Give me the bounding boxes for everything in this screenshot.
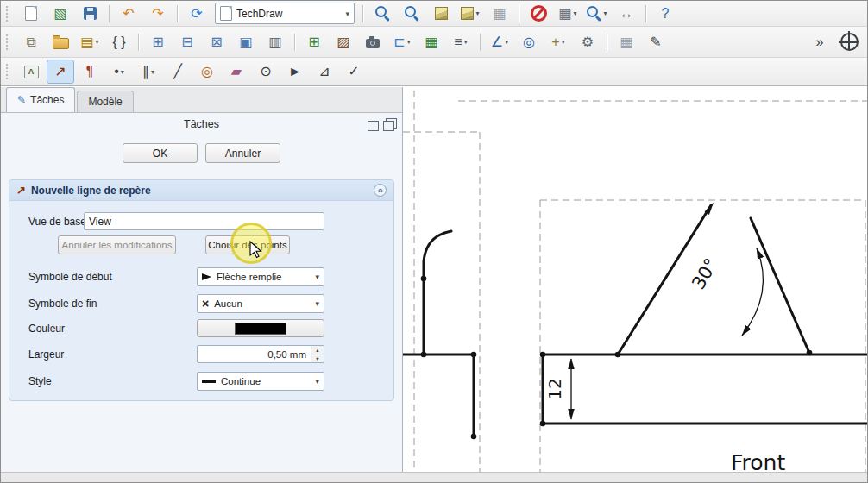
pick-points-button[interactable]: Choisir des points xyxy=(205,235,290,254)
ok-button[interactable]: OK xyxy=(123,143,198,163)
leader-line-group: ↗ Nouvelle ligne de repère » Vue de base… xyxy=(9,179,394,401)
color-button[interactable] xyxy=(197,319,324,337)
base-view-label: Vue de base xyxy=(28,216,86,228)
hatch-icon[interactable]: ▨ xyxy=(330,30,357,54)
selection-view-icon[interactable]: ▾ xyxy=(583,2,611,26)
page-group-icon[interactable]: ⧉ xyxy=(17,30,45,54)
toolbar-handle[interactable] xyxy=(6,64,11,79)
right-view-lines[interactable] xyxy=(543,205,867,423)
toolbar-separator xyxy=(109,5,110,22)
toolbar-techdraw-pages: ⧉▤▾{ }⊞⊟⊠▣▥⊞▨⊏▾▦≡▾∠▾◎+▾⚙▦✎» xyxy=(1,27,867,58)
edit-icon[interactable]: ✎ xyxy=(642,30,670,54)
drawing-canvas[interactable]: 30° 12 Front xyxy=(403,87,868,472)
tab-model[interactable]: Modèle xyxy=(77,91,133,112)
dimension-icon[interactable]: ∠▾ xyxy=(486,30,513,54)
save-icon[interactable] xyxy=(76,2,104,26)
centerline-icon[interactable]: ∥▾ xyxy=(135,60,162,84)
image-icon[interactable]: ▧ xyxy=(47,2,74,26)
print-icon[interactable]: ▥ xyxy=(261,30,289,54)
end-symbol-select[interactable]: × Aucun ▾ xyxy=(197,294,324,313)
export-page-icon[interactable] xyxy=(17,2,45,26)
chevron-down-icon: ▾ xyxy=(151,68,154,76)
whats-this-icon[interactable]: ? xyxy=(651,2,679,26)
insert-projection-group-icon[interactable]: ⊠ xyxy=(203,30,230,54)
link-view-icon[interactable]: ▦ xyxy=(486,2,513,26)
task-buttons: OK Annuler xyxy=(1,143,402,163)
zoom-fit-icon[interactable] xyxy=(398,2,425,26)
group-header[interactable]: ↗ Nouvelle ligne de repère » xyxy=(9,180,393,201)
page-settings-icon[interactable]: ▦ xyxy=(613,30,640,54)
leader-line-icon[interactable]: ↗ xyxy=(47,60,74,84)
surface-finish-icon[interactable]: ✓ xyxy=(340,60,368,84)
template-fields-icon[interactable]: { } xyxy=(105,30,133,54)
stop-operation-icon[interactable] xyxy=(525,2,552,26)
task-panel: ✎ Tâches Modèle Tâches OK Annuler ↗ N xyxy=(1,87,403,472)
chevron-down-icon: ▾ xyxy=(603,9,607,17)
start-symbol-select[interactable]: Flèche remplie ▾ xyxy=(197,267,324,286)
toolbar-handle[interactable] xyxy=(6,34,11,50)
start-symbol-value: Flèche remplie xyxy=(217,272,281,282)
chevron-down-icon: ▾ xyxy=(315,377,319,386)
spin-up-icon[interactable]: ▴ xyxy=(311,346,324,354)
spin-down-icon[interactable]: ▾ xyxy=(311,354,324,362)
axonometric-view-icon[interactable] xyxy=(427,2,455,26)
cancel-button[interactable]: Annuler xyxy=(205,143,280,163)
collapse-icon[interactable]: » xyxy=(374,184,387,197)
chevron-down-icon: ▾ xyxy=(121,68,124,76)
cross-icon: × xyxy=(202,298,209,310)
view-label[interactable]: Front xyxy=(731,450,785,472)
clip-group-icon[interactable]: ⊏▾ xyxy=(388,30,416,54)
insert-image-icon[interactable] xyxy=(359,30,387,54)
insert-view-icon[interactable]: ⊞ xyxy=(144,30,172,54)
leader-line-icon: ↗ xyxy=(16,184,26,197)
balloon-icon[interactable]: ◎ xyxy=(515,30,543,54)
redo-icon[interactable]: ↷ xyxy=(144,2,172,26)
show-hide-icon[interactable]: ⊙ xyxy=(252,60,280,84)
measure-icon[interactable]: ↔ xyxy=(613,2,640,26)
angle-dimension[interactable] xyxy=(742,248,763,336)
center-circle-icon[interactable]: ◎ xyxy=(193,60,221,84)
angle-dimension-label[interactable]: 30° xyxy=(688,254,721,292)
toolbar-overflow[interactable]: » xyxy=(806,30,833,54)
toolbar-separator xyxy=(294,34,295,51)
vertical-dimension-label[interactable]: 12 xyxy=(544,378,565,399)
zoom-border-icon[interactable] xyxy=(368,2,396,26)
insert-active-view-icon[interactable]: ⊟ xyxy=(173,30,201,54)
insert-section-view-icon[interactable]: ▣ xyxy=(232,30,260,54)
origin-target-icon[interactable] xyxy=(835,30,863,54)
spreadsheet-view-icon[interactable]: ▦ xyxy=(418,30,445,54)
new-default-page-icon[interactable] xyxy=(47,30,74,54)
toolbar-handle[interactable] xyxy=(6,6,11,22)
cosmetic-line-icon[interactable]: ╱ xyxy=(164,60,192,84)
extent-dimension-icon[interactable]: +▾ xyxy=(544,30,572,54)
tab-tasks[interactable]: ✎ Tâches xyxy=(6,87,75,112)
undo-icon[interactable]: ↶ xyxy=(115,2,142,26)
face-appearance-icon[interactable]: ▰ xyxy=(223,60,250,84)
pen-icon: ✎ xyxy=(17,94,26,106)
float-panel-icon[interactable] xyxy=(383,121,394,131)
status-bar xyxy=(1,472,868,483)
draw-style-icon[interactable]: ▾ xyxy=(456,2,484,26)
panel-header: Tâches xyxy=(1,118,402,135)
complex-section-icon[interactable]: ⊞ xyxy=(300,30,328,54)
dock-panel-icon[interactable] xyxy=(368,121,379,131)
width-spinbox[interactable]: 0,50 mm ▴ ▾ xyxy=(197,345,324,363)
std-views-icon[interactable]: ▦▾ xyxy=(554,2,582,26)
workbench-selector[interactable]: TechDraw▾ xyxy=(215,3,355,24)
toolbar-separator xyxy=(138,34,139,51)
refresh-icon[interactable]: ⟳ xyxy=(183,2,211,26)
techdraw-page[interactable]: 30° 12 Front xyxy=(403,87,868,472)
select-arrow-icon[interactable]: ► xyxy=(281,60,309,84)
base-view-input[interactable] xyxy=(84,212,324,230)
toolbar-separator xyxy=(519,5,519,22)
discard-changes-button[interactable]: Annuler les modifications xyxy=(58,235,176,254)
new-template-page-icon[interactable]: ▤▾ xyxy=(76,30,104,54)
style-select[interactable]: Continue ▾ xyxy=(197,372,324,391)
annotation-image-icon[interactable]: A xyxy=(17,60,45,84)
left-view-lines[interactable] xyxy=(403,231,474,436)
weld-symbol-icon[interactable]: ⊿ xyxy=(311,60,338,84)
rich-text-icon[interactable]: ¶ xyxy=(76,60,104,84)
repair-dimension-icon[interactable]: ⚙ xyxy=(574,30,601,54)
stack-views-icon[interactable]: ≡▾ xyxy=(447,30,475,54)
cosmetic-vertex-icon[interactable]: •▾ xyxy=(105,60,133,84)
